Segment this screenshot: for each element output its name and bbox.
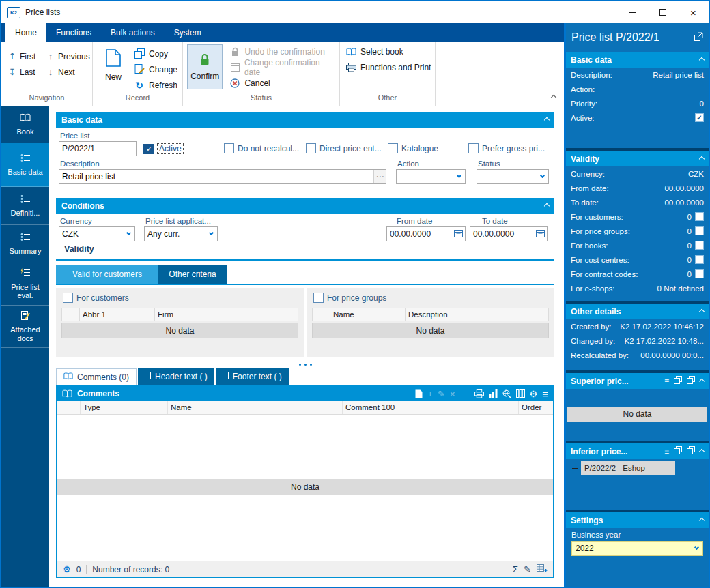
copy-button[interactable]: Copy xyxy=(134,48,178,59)
to-date-input[interactable]: 00.00.0000 xyxy=(470,226,548,241)
tab-valid-for-customers[interactable]: Valid for customers xyxy=(56,265,158,284)
chart-icon[interactable] xyxy=(489,389,498,398)
column-name[interactable]: Name xyxy=(168,401,343,414)
checkbox-icon[interactable] xyxy=(695,241,704,250)
checkbox-icon[interactable] xyxy=(695,255,704,264)
cascade-icon[interactable] xyxy=(674,446,682,456)
checkbox-icon[interactable] xyxy=(695,269,704,278)
print-icon[interactable] xyxy=(474,389,484,398)
panel-section-settings[interactable]: Settings xyxy=(566,512,709,528)
price-groups-table-header: Name Description xyxy=(312,308,549,321)
active-checkbox[interactable]: Active xyxy=(143,143,184,154)
previous-button[interactable]: ↑Previous xyxy=(46,48,93,64)
ellipsis-button[interactable]: ⋯ xyxy=(373,170,386,183)
from-date-input[interactable]: 00.00.0000 xyxy=(386,226,466,241)
tab-bulk-actions[interactable]: Bulk actions xyxy=(101,23,165,42)
related-settings-icon[interactable]: ⚙ xyxy=(63,565,71,574)
description-input[interactable]: ⋯ xyxy=(59,169,386,184)
change-button[interactable]: Change xyxy=(134,63,178,75)
next-button[interactable]: ↓Next xyxy=(46,64,93,80)
cascade-icon[interactable] xyxy=(687,376,695,386)
action-combo[interactable] xyxy=(396,169,466,184)
panel-section-validity[interactable]: Validity xyxy=(566,151,709,166)
direct-price-entry-checkbox[interactable]: Direct price ent... xyxy=(306,143,382,153)
edit-record-icon[interactable]: ✎ xyxy=(438,389,445,398)
delete-record-icon[interactable]: × xyxy=(450,389,455,398)
grid-add-icon[interactable] xyxy=(537,564,548,575)
confirm-button[interactable]: Confirm xyxy=(187,44,223,89)
columns-icon[interactable] xyxy=(516,389,525,398)
minimize-button[interactable] xyxy=(616,1,647,23)
collapse-ribbon-button[interactable] xyxy=(552,90,556,102)
checkbox-icon[interactable] xyxy=(695,226,704,235)
close-button[interactable]: × xyxy=(678,1,709,23)
new-button[interactable]: New xyxy=(97,44,130,93)
section-header-conditions[interactable]: Conditions xyxy=(56,198,554,214)
column-abbr1[interactable]: Abbr 1 xyxy=(80,308,155,321)
sidebar-item-attached-docs[interactable]: Attached docs xyxy=(1,306,49,348)
panel-section-basic-data[interactable]: Basic data xyxy=(566,52,709,68)
sidebar-item-price-list-eval[interactable]: Price list eval. xyxy=(1,263,49,306)
undo-confirmation-button[interactable]: Undo the confirmation xyxy=(229,46,335,57)
panel-row: Action: xyxy=(566,82,709,96)
do-not-recalculate-checkbox[interactable]: Do not recalcul... xyxy=(224,143,299,153)
maximize-button[interactable] xyxy=(647,1,678,23)
sidebar-item-basic-data[interactable]: Basic data xyxy=(1,143,49,187)
sidebar-item-summary[interactable]: Summary xyxy=(1,225,49,263)
tab-footer-text[interactable]: Footer text ( ) xyxy=(216,368,289,385)
currency-combo[interactable]: CZK xyxy=(59,226,135,241)
cancel-button[interactable]: Cancel xyxy=(229,77,335,89)
checkbox-checked-icon[interactable]: ✓ xyxy=(695,113,704,122)
column-comment[interactable]: Comment 100 xyxy=(343,401,519,414)
tab-functions[interactable]: Functions xyxy=(46,23,101,42)
applicability-combo[interactable]: Any curr. xyxy=(144,226,218,241)
column-firm[interactable]: Firm xyxy=(155,308,298,321)
last-button[interactable]: ↧Last xyxy=(8,64,46,80)
tab-home[interactable]: Home xyxy=(5,23,46,42)
separator xyxy=(86,565,87,574)
column-order[interactable]: Order xyxy=(519,401,553,414)
tab-other-criteria[interactable]: Other criteria xyxy=(158,265,227,284)
prefer-gross-price-checkbox[interactable]: Prefer gross pri... xyxy=(468,143,545,153)
column-description[interactable]: Description xyxy=(406,308,548,321)
business-year-combo[interactable]: 2022 xyxy=(571,541,703,556)
panel-section-inferior-price-lists[interactable]: Inferior price... ≡ xyxy=(566,443,709,459)
edit-icon[interactable]: ✎ xyxy=(524,565,531,574)
menu-icon[interactable]: ≡ xyxy=(664,377,669,386)
change-confirmation-date-button[interactable]: Change confirmation date xyxy=(229,61,335,73)
new-record-icon[interactable] xyxy=(415,389,423,398)
tab-header-text[interactable]: Header text ( ) xyxy=(138,368,214,385)
katalogue-checkbox[interactable]: Katalogue xyxy=(388,143,438,153)
checkbox-icon[interactable] xyxy=(695,212,704,221)
status-combo[interactable] xyxy=(477,169,549,184)
functions-and-print-button[interactable]: Functions and Print xyxy=(345,61,435,73)
cascade-icon[interactable] xyxy=(674,376,682,386)
sidebar-item-definitions[interactable]: Definiti... xyxy=(1,187,49,225)
refresh-button[interactable]: ↻Refresh xyxy=(134,79,178,91)
for-customers-checkbox[interactable]: For customers xyxy=(63,293,298,303)
sidebar-item-book[interactable]: Book xyxy=(1,106,49,143)
sum-icon[interactable]: Σ xyxy=(513,565,518,574)
first-button[interactable]: ↥First xyxy=(8,48,46,64)
column-name[interactable]: Name xyxy=(330,308,406,321)
select-book-button[interactable]: Select book xyxy=(345,46,435,57)
menu-icon[interactable]: ≡ xyxy=(664,447,669,456)
horizontal-splitter[interactable] xyxy=(56,360,554,368)
for-price-groups-checkbox[interactable]: For price groups xyxy=(313,293,549,303)
open-in-window-icon[interactable] xyxy=(694,31,703,44)
inferior-price-list-item[interactable]: P/2022/2 - Eshop xyxy=(572,461,705,475)
tab-system[interactable]: System xyxy=(165,23,211,42)
web-search-icon[interactable] xyxy=(502,389,511,398)
price-list-input[interactable] xyxy=(59,141,137,156)
tab-comments[interactable]: Comments (0) xyxy=(56,368,137,385)
description-text[interactable] xyxy=(59,170,373,183)
add-record-icon[interactable]: + xyxy=(427,389,433,398)
section-header-basic-data[interactable]: Basic data xyxy=(56,112,554,128)
column-type[interactable]: Type xyxy=(81,401,168,414)
menu-icon[interactable]: ≡ xyxy=(542,389,548,399)
panel-section-other-details[interactable]: Other details xyxy=(566,304,709,319)
panel-section-superior-price-lists[interactable]: Superior pric... ≡ xyxy=(566,373,709,389)
gear-icon[interactable]: ⚙ xyxy=(530,389,538,398)
checkbox-icon xyxy=(388,143,398,153)
cascade-icon[interactable] xyxy=(687,446,695,456)
